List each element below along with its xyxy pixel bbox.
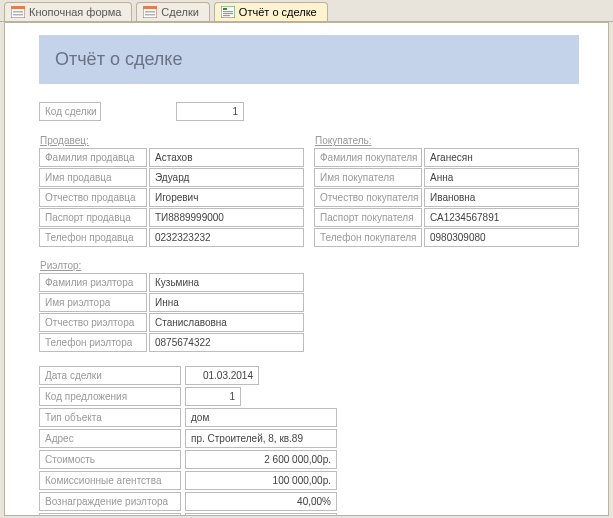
details-section: Дата сделки01.03.2014 Код предложения1 Т… — [39, 366, 411, 516]
buyer-patronymic-label: Отчество покупателя — [314, 188, 422, 207]
reward-amount-label: Размер вознаграждения — [39, 513, 181, 516]
buyer-passport-label: Паспорт покупателя — [314, 208, 422, 227]
reward-amount-value: 40 000,00р. — [185, 513, 337, 516]
buyer-name-label: Имя покупателя — [314, 168, 422, 187]
price-value: 2 600 000,00р. — [185, 450, 337, 469]
form-icon — [11, 6, 25, 18]
object-type-value: дом — [185, 408, 337, 427]
seller-patronymic-value: Игоревич — [149, 188, 304, 207]
object-type-label: Тип объекта — [39, 408, 181, 427]
seller-passport-label: Паспорт продавца — [39, 208, 147, 227]
svg-rect-10 — [223, 11, 233, 12]
buyer-heading: Покупатель: — [314, 135, 581, 146]
tab-button-form[interactable]: Кнопочная форма — [4, 2, 132, 21]
svg-rect-3 — [13, 14, 23, 16]
offer-id-label: Код предложения — [39, 387, 181, 406]
svg-rect-12 — [223, 15, 230, 16]
svg-rect-9 — [223, 8, 227, 10]
svg-rect-11 — [223, 13, 233, 14]
realtor-patronymic-value: Станиславовна — [149, 313, 304, 332]
realtor-section: Риэлтор: Фамилия риэлтораКузьмина Имя ри… — [39, 260, 306, 352]
svg-rect-5 — [143, 6, 157, 9]
buyer-phone-value: 0980309080 — [424, 228, 579, 247]
tab-label: Сделки — [161, 6, 199, 18]
tab-deal-report[interactable]: Отчёт о сделке — [214, 2, 328, 21]
realtor-heading: Риэлтор: — [39, 260, 306, 271]
deal-id-row: Код сделки 1 — [39, 102, 596, 121]
tab-label: Кнопочная форма — [29, 6, 121, 18]
realtor-patronymic-label: Отчество риэлтора — [39, 313, 147, 332]
tab-deals[interactable]: Сделки — [136, 2, 210, 21]
deal-date-value: 01.03.2014 — [185, 366, 259, 385]
realtor-reward-pct-label: Вознаграждение риэлтора — [39, 492, 181, 511]
seller-phone-label: Телефон продавца — [39, 228, 147, 247]
seller-surname-value: Астахов — [149, 148, 304, 167]
report-header: Отчёт о сделке — [39, 35, 579, 84]
buyer-name-value: Анна — [424, 168, 579, 187]
realtor-reward-pct-value: 40,00% — [185, 492, 337, 511]
tab-label: Отчёт о сделке — [239, 6, 317, 18]
svg-rect-2 — [13, 11, 23, 13]
seller-name-value: Эдуард — [149, 168, 304, 187]
seller-heading: Продавец: — [39, 135, 306, 146]
svg-rect-1 — [11, 6, 25, 9]
seller-section: Продавец: Фамилия продавцаАстахов Имя пр… — [39, 135, 306, 248]
svg-rect-7 — [145, 14, 155, 16]
seller-name-label: Имя продавца — [39, 168, 147, 187]
seller-phone-value: 0232323232 — [149, 228, 304, 247]
realtor-surname-label: Фамилия риэлтора — [39, 273, 147, 292]
seller-patronymic-label: Отчество продавца — [39, 188, 147, 207]
deal-date-label: Дата сделки — [39, 366, 181, 385]
realtor-name-value: Инна — [149, 293, 304, 312]
price-label: Стоимость — [39, 450, 181, 469]
offer-id-value: 1 — [185, 387, 241, 406]
buyer-patronymic-value: Ивановна — [424, 188, 579, 207]
svg-rect-6 — [145, 11, 155, 13]
report-icon — [221, 6, 235, 18]
agency-commission-value: 100 000,00р. — [185, 471, 337, 490]
address-label: Адрес — [39, 429, 181, 448]
address-value: пр. Строителей, 8, кв.89 — [185, 429, 337, 448]
tab-strip: Кнопочная форма Сделки Отчёт о сделке — [0, 0, 613, 22]
report-workspace: Отчёт о сделке Код сделки 1 Продавец: Фа… — [4, 22, 609, 516]
buyer-surname-label: Фамилия покупателя — [314, 148, 422, 167]
buyer-section: Покупатель: Фамилия покупателяАганесян И… — [314, 135, 581, 248]
buyer-phone-label: Телефон покупателя — [314, 228, 422, 247]
realtor-name-label: Имя риэлтора — [39, 293, 147, 312]
form-icon — [143, 6, 157, 18]
buyer-surname-value: Аганесян — [424, 148, 579, 167]
seller-passport-value: ТИ8889999000 — [149, 208, 304, 227]
agency-commission-label: Комиссионные агентства — [39, 471, 181, 490]
realtor-phone-label: Телефон риэлтора — [39, 333, 147, 352]
seller-surname-label: Фамилия продавца — [39, 148, 147, 167]
realtor-surname-value: Кузьмина — [149, 273, 304, 292]
deal-id-value: 1 — [176, 102, 244, 121]
buyer-passport-value: СА1234567891 — [424, 208, 579, 227]
deal-id-label: Код сделки — [39, 102, 101, 121]
report-title: Отчёт о сделке — [55, 49, 563, 70]
realtor-phone-value: 0875674322 — [149, 333, 304, 352]
